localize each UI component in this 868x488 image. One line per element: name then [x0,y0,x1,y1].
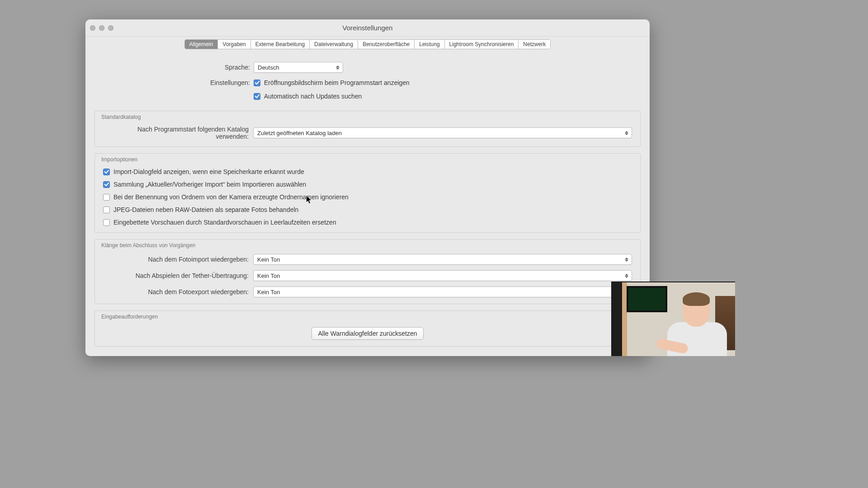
replace-embedded-previews-checkbox[interactable] [103,219,110,226]
show-splash-checkbox[interactable] [254,80,260,86]
language-value: Deutsch [258,64,279,71]
language-select[interactable]: Deutsch [254,62,343,73]
default-catalog-group: Standardkatalog Nach Programmstart folge… [94,111,641,147]
show-splash-label: Eröffnungsbildschirm beim Programmstart … [264,79,410,86]
chevron-up-down-icon [623,128,630,138]
import-options-group: Importoptionen Import-Dialogfeld anzeige… [94,153,641,233]
import-dialog-checkbox[interactable] [103,169,110,175]
after-tether-select[interactable]: Kein Ton [253,270,632,281]
after-import-value: Kein Ton [257,256,280,263]
replace-embedded-previews-label: Eingebettete Vorschauen durch Standardvo… [113,219,336,226]
tab-file-handling[interactable]: Dateiverwaltung [310,40,358,49]
chevron-up-down-icon [335,62,341,72]
settings-label: Einstellungen: [104,79,254,86]
tab-presets[interactable]: Vorgaben [218,40,250,49]
jpeg-separate-checkbox[interactable] [103,206,110,213]
close-icon[interactable] [90,25,95,31]
prompts-title: Eingabeaufforderungen [95,311,640,325]
auto-update-checkbox[interactable] [254,93,260,100]
select-collection-checkbox[interactable] [103,181,110,188]
after-tether-value: Kein Ton [257,272,280,279]
tab-general[interactable]: Allgemein [185,40,218,49]
webcam-overlay [611,282,735,356]
catalog-label: Nach Programmstart folgenden Katalog ver… [103,126,253,140]
language-label: Sprache: [104,64,254,71]
ignore-camera-folders-checkbox[interactable] [103,194,110,201]
after-tether-label: Nach Abspielen der Tether-Übertragung: [103,272,253,279]
reset-warnings-button[interactable]: Alle Warndialogfelder zurücksetzen [311,327,424,340]
window-controls [90,25,113,31]
titlebar: Voreinstellungen [85,19,650,37]
default-catalog-title: Standardkatalog [95,111,640,126]
tab-external-editing[interactable]: Externe Bearbeitung [251,40,310,49]
window-title: Voreinstellungen [85,24,650,32]
after-import-select[interactable]: Kein Ton [253,254,632,265]
preferences-window: Voreinstellungen Allgemein Vorgaben Exte… [85,19,650,356]
completion-sounds-title: Klänge beim Abschluss von Vorgängen [95,239,640,254]
tab-network[interactable]: Netzwerk [519,40,550,49]
general-section: Sprache: Deutsch Einstellungen: Eröffnun… [94,54,641,104]
tab-interface[interactable]: Benutzeroberfläche [358,40,415,49]
after-import-label: Nach dem Fotoimport wiedergeben: [103,256,253,263]
after-export-label: Nach dem Fotoexport wiedergeben: [103,288,253,296]
preferences-tabs: Allgemein Vorgaben Externe Bearbeitung D… [184,39,551,49]
content-area: Sprache: Deutsch Einstellungen: Eröffnun… [85,49,650,356]
ignore-camera-folders-label: Bei der Benennung von Ordnern von der Ka… [113,193,349,201]
import-dialog-label: Import-Dialogfeld anzeigen, wenn eine Sp… [113,168,304,175]
select-collection-label: Sammlung „Aktueller/Vorheriger Import“ b… [113,181,306,188]
chevron-up-down-icon [623,254,630,264]
completion-sounds-group: Klänge beim Abschluss von Vorgängen Nach… [94,239,641,304]
tab-performance[interactable]: Leistung [415,40,444,49]
prompts-group: Eingabeaufforderungen Alle Warndialogfel… [94,310,641,347]
after-export-value: Kein Ton [257,289,280,296]
tabs-container: Allgemein Vorgaben Externe Bearbeitung D… [85,37,650,49]
catalog-value: Zuletzt geöffneten Katalog laden [257,130,342,136]
tab-lightroom-sync[interactable]: Lightroom Synchronisieren [445,40,519,49]
jpeg-separate-label: JPEG-Dateien neben RAW-Dateien als separ… [113,206,298,213]
chevron-up-down-icon [623,271,630,281]
after-export-select[interactable]: Kein Ton [253,286,632,297]
import-options-title: Importoptionen [95,154,640,168]
catalog-select[interactable]: Zuletzt geöffneten Katalog laden [253,127,632,138]
auto-update-label: Automatisch nach Updates suchen [264,93,362,100]
minimize-icon[interactable] [99,25,104,31]
zoom-icon[interactable] [108,25,113,31]
presenter [651,294,723,356]
